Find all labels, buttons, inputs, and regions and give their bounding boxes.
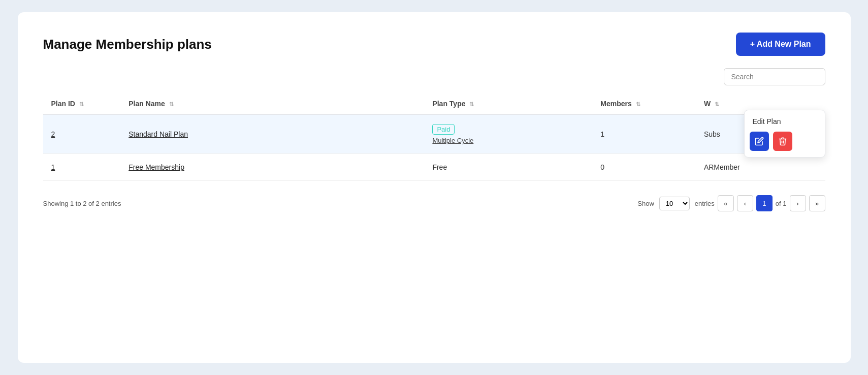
pagination-current-page[interactable]: 1 (756, 195, 773, 211)
action-popup: Edit Plan (744, 110, 825, 158)
pagination-of-text: of 1 (776, 200, 787, 207)
cell-plan-name: Free Membership (120, 154, 424, 181)
plan-name-link-2[interactable]: Standard Nail Plan (128, 130, 188, 138)
pagination-next-button[interactable]: › (790, 195, 806, 211)
show-label: Show (637, 200, 654, 207)
sort-icon-members[interactable]: ⇅ (636, 101, 640, 108)
plan-name-link-1[interactable]: Free Membership (128, 163, 184, 171)
table-row: 1 Free Membership Free 0 ARMember (43, 154, 825, 181)
sort-icon-plan-name[interactable]: ⇅ (169, 101, 174, 108)
cell-plan-type-free: Free (424, 154, 592, 181)
cell-w-2: Subs Edit Plan (696, 114, 825, 154)
plans-table: Plan ID ⇅ Plan Name ⇅ Plan Type ⇅ Member… (43, 93, 825, 181)
delete-plan-button[interactable] (773, 132, 792, 151)
cell-plan-name: Standard Nail Plan (120, 114, 424, 154)
plan-id-link-2[interactable]: 2 (51, 130, 55, 138)
sort-icon-plan-type[interactable]: ⇅ (469, 101, 474, 108)
sort-icon-plan-id[interactable]: ⇅ (79, 101, 84, 108)
popup-label: Edit Plan (745, 114, 825, 130)
plan-cycle-link[interactable]: Multiple Cycle (432, 137, 584, 144)
cell-w-1: ARMember (696, 154, 825, 181)
search-input[interactable] (724, 68, 825, 85)
entries-per-page-select[interactable]: 10 25 50 100 (659, 197, 690, 210)
footer-row: Showing 1 to 2 of 2 entries Show 10 25 5… (43, 195, 825, 211)
col-header-plan-type: Plan Type ⇅ (424, 93, 592, 114)
cell-plan-id: 1 (43, 154, 121, 181)
main-card: Manage Membership plans + Add New Plan P… (18, 12, 851, 363)
popup-buttons (745, 130, 825, 153)
col-header-plan-id: Plan ID ⇅ (43, 93, 121, 114)
cell-plan-id: 2 (43, 114, 121, 154)
header-row: Manage Membership plans + Add New Plan (43, 33, 825, 56)
page-title: Manage Membership plans (43, 37, 212, 52)
pagination-first-button[interactable]: « (718, 195, 734, 211)
table-row: 2 Standard Nail Plan Paid Multiple Cycle… (43, 114, 825, 154)
cell-members-2: 1 (592, 114, 696, 154)
edit-plan-button[interactable] (750, 132, 769, 151)
pagination-prev-button[interactable]: ‹ (737, 195, 753, 211)
pagination-controls: Show 10 25 50 100 entries « ‹ 1 of 1 › » (637, 195, 825, 211)
plan-id-link-1[interactable]: 1 (51, 163, 55, 171)
table-header-row: Plan ID ⇅ Plan Name ⇅ Plan Type ⇅ Member… (43, 93, 825, 114)
cell-plan-type: Paid Multiple Cycle (424, 114, 592, 154)
add-new-plan-button[interactable]: + Add New Plan (736, 33, 825, 56)
showing-text: Showing 1 to 2 of 2 entries (43, 200, 121, 207)
col-header-members: Members ⇅ (592, 93, 696, 114)
paid-badge: Paid (432, 124, 455, 135)
entries-label: entries (695, 200, 715, 207)
col-header-plan-name: Plan Name ⇅ (120, 93, 424, 114)
pagination-last-button[interactable]: » (809, 195, 825, 211)
sort-icon-w[interactable]: ⇅ (715, 101, 719, 108)
cell-members-1: 0 (592, 154, 696, 181)
search-row (43, 68, 825, 85)
